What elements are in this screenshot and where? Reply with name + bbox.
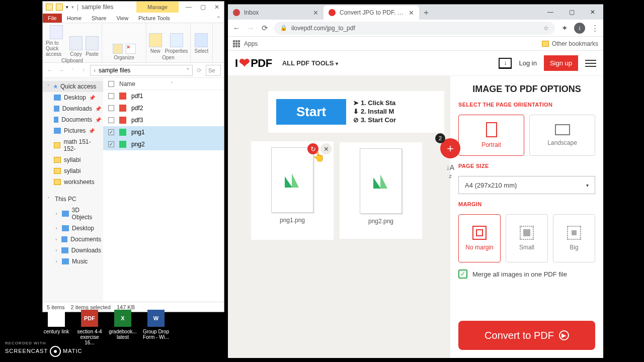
add-files-button[interactable]: ＋ 2: [440, 138, 460, 158]
ad-banner[interactable]: Start ➤ 1. Click Sta ⬇ 2. Install M ⊘ 3.…: [268, 91, 444, 133]
extensions-button[interactable]: ✦: [560, 24, 569, 33]
path-segment[interactable]: sample files: [99, 67, 130, 74]
minimize-button[interactable]: —: [540, 5, 561, 20]
browser-tab[interactable]: Convert JPG to PDF. Images JPG ✕: [324, 6, 419, 20]
file-row[interactable]: pdf3: [103, 114, 224, 126]
desktop-icon[interactable]: century link: [42, 310, 70, 345]
margin-none[interactable]: No margin: [458, 214, 501, 262]
browser-tab[interactable]: Inbox ✕: [228, 6, 324, 20]
login-link[interactable]: Log in: [519, 59, 536, 67]
workspace-canvas[interactable]: Start ➤ 1. Click Sta ⬇ 2. Install M ⊘ 3.…: [228, 76, 450, 358]
sidebar-item-documents[interactable]: ›Documents: [43, 234, 103, 245]
select-button[interactable]: Select: [195, 33, 209, 54]
margin-big[interactable]: Big: [553, 214, 595, 262]
pin-to-quick-access[interactable]: Pin to Quick access: [46, 25, 66, 57]
checkbox-checked-icon[interactable]: ✓: [458, 269, 467, 279]
up-button[interactable]: ↑: [79, 66, 88, 75]
reload-button[interactable]: ⟳: [260, 24, 269, 33]
page-size-select[interactable]: A4 (297x210 mm) ▾: [458, 176, 595, 194]
file-row[interactable]: pdf1: [103, 90, 224, 102]
orientation-portrait[interactable]: Portrait: [458, 115, 524, 156]
dropdown-icon[interactable]: ▾: [66, 5, 68, 10]
tab-file[interactable]: File: [43, 14, 62, 23]
close-button[interactable]: ✕: [210, 2, 224, 13]
signup-button[interactable]: Sign up: [544, 55, 578, 71]
tab-view[interactable]: View: [111, 14, 133, 23]
move-to-button[interactable]: [113, 44, 123, 54]
file-row[interactable]: pdf2: [103, 102, 224, 114]
sidebar-item-music[interactable]: ›Music: [43, 256, 103, 267]
sort-button[interactable]: ↓AZ: [442, 163, 458, 179]
image-thumbnail[interactable]: ↻ ✕ png1.png: [251, 141, 334, 240]
menu-button[interactable]: ⋮: [590, 24, 599, 33]
remove-button[interactable]: ✕: [320, 143, 332, 154]
delete-button[interactable]: ✕: [126, 44, 136, 54]
dropdown-icon[interactable]: ˅: [187, 68, 189, 73]
sidebar-item-3d[interactable]: ›3D Objects: [43, 205, 103, 223]
sidebar-item-folder[interactable]: syllabi: [43, 154, 103, 165]
tab-home[interactable]: Home: [62, 14, 87, 23]
rotate-button[interactable]: ↻: [307, 143, 318, 154]
download-app-icon[interactable]: ↓: [499, 58, 512, 69]
back-button[interactable]: ←: [46, 66, 55, 75]
desktop-icon[interactable]: Xgradebook... latest: [109, 310, 137, 345]
site-logo[interactable]: I❤PDF: [235, 55, 272, 71]
all-tools-menu[interactable]: ALL PDF TOOLS ▾: [282, 59, 338, 67]
file-row[interactable]: ✓png2: [103, 138, 224, 150]
sidebar-item-pictures[interactable]: Pictures📌: [43, 125, 103, 136]
sidebar-item-downloads[interactable]: Downloads📌: [43, 103, 103, 114]
column-name[interactable]: Name: [119, 80, 135, 87]
new-folder-button[interactable]: New: [149, 33, 162, 54]
file-row[interactable]: ✓png1: [103, 126, 224, 138]
select-all-checkbox[interactable]: [108, 81, 114, 87]
margin-small[interactable]: Small: [506, 214, 548, 262]
address-bar[interactable]: › sample files ˅: [90, 65, 193, 76]
sidebar-item-desktop[interactable]: Desktop📌: [43, 92, 103, 103]
sidebar-item-folder[interactable]: worksheets: [43, 176, 103, 188]
sidebar-item-folder[interactable]: math 151-152-: [43, 136, 103, 154]
copy-button[interactable]: Copy: [69, 36, 83, 57]
ribbon-context-tab[interactable]: Manage: [136, 2, 179, 13]
desktop-icon[interactable]: PDFsection 4-4 exercise 16...: [75, 310, 104, 345]
ad-start-button[interactable]: Start: [276, 99, 346, 125]
column-header-row[interactable]: Name ˄: [103, 78, 224, 90]
sidebar-item-downloads[interactable]: ›Downloads: [43, 245, 103, 256]
back-button[interactable]: ←: [232, 24, 241, 33]
tab-close-button[interactable]: ✕: [409, 9, 414, 17]
paste-button[interactable]: Paste: [86, 36, 99, 57]
hamburger-icon[interactable]: [585, 60, 596, 67]
this-pc-header[interactable]: ˅This PC: [43, 194, 103, 205]
forward-button[interactable]: →: [57, 66, 66, 75]
minimize-button[interactable]: —: [182, 2, 196, 13]
profile-avatar[interactable]: i: [574, 23, 585, 34]
other-bookmarks[interactable]: Other bookmarks: [552, 40, 598, 47]
sidebar-item-desktop[interactable]: ›Desktop: [43, 223, 103, 234]
merge-option[interactable]: ✓ Merge all images in one PDF file: [458, 269, 595, 279]
orientation-landscape[interactable]: Landscape: [529, 115, 595, 156]
explorer-titlebar[interactable]: ▾ ▾ | sample files Manage — ▢ ✕: [43, 2, 224, 13]
sidebar-item-folder[interactable]: syllabi: [43, 165, 103, 176]
tab-picture-tools[interactable]: Picture Tools: [133, 14, 175, 23]
quick-access-header[interactable]: ˅★Quick access: [43, 81, 103, 92]
sort-icon[interactable]: ˄: [171, 81, 173, 86]
search-input[interactable]: Se: [206, 65, 221, 76]
forward-button[interactable]: →: [246, 24, 255, 33]
ribbon-collapse-icon[interactable]: ^: [213, 14, 224, 23]
desktop-icon[interactable]: WGroup Drop Form - Wi...: [142, 310, 170, 345]
address-bar[interactable]: 🔒 ilovepdf.com/jpg_to_pdf ☆: [274, 22, 555, 35]
refresh-button[interactable]: ⟳: [195, 66, 204, 75]
star-icon[interactable]: ☆: [543, 25, 549, 32]
properties-button[interactable]: Properties: [165, 33, 188, 54]
maximize-button[interactable]: ▢: [196, 2, 210, 13]
apps-label[interactable]: Apps: [244, 40, 258, 47]
sidebar-item-documents[interactable]: Documents📌: [43, 114, 103, 125]
convert-button[interactable]: Convert to PDF ▶: [458, 321, 595, 350]
tab-close-button[interactable]: ✕: [313, 9, 318, 17]
close-button[interactable]: ✕: [582, 5, 603, 20]
new-tab-button[interactable]: ＋: [419, 6, 433, 20]
tab-share[interactable]: Share: [87, 14, 111, 23]
recent-dropdown[interactable]: ˅: [68, 66, 77, 75]
apps-icon[interactable]: [233, 40, 240, 47]
maximize-button[interactable]: ▢: [561, 5, 582, 20]
image-thumbnail[interactable]: png2.png: [340, 142, 422, 239]
